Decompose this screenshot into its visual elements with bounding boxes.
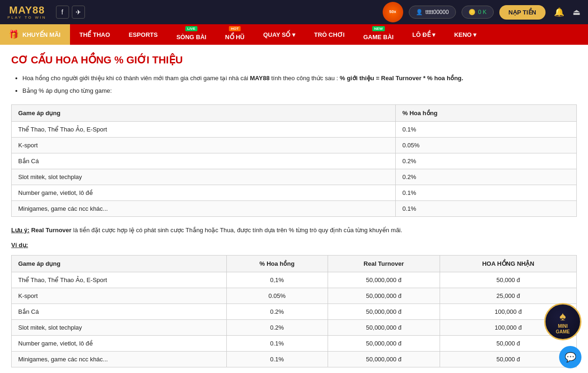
- table-cell: 0.1%: [226, 335, 328, 351]
- logo: MAY88 PLAY TO WIN: [7, 5, 47, 20]
- table-cell: 50,000,000 đ: [328, 319, 440, 335]
- table1-col2-header: % Hoa hồng: [396, 104, 577, 121]
- header: MAY88 PLAY TO WIN f ✈ 50x 👤 ttttt00000 🪙…: [0, 0, 588, 24]
- table-cell: Slot mitek, slot techplay: [12, 319, 227, 335]
- table2-col4-header: HOA HỒNG NHẬN: [440, 255, 576, 272]
- note-label: Lưu ý:: [11, 227, 29, 234]
- table-cell: 50,000,000 đ: [328, 335, 440, 351]
- table-cell: 0.2%: [226, 304, 328, 319]
- nav-games-label: TRÒ CHƠI: [314, 31, 344, 38]
- logo-sub: PLAY TO WIN: [7, 15, 47, 20]
- info-item-1: Hoa hồng cho người giới thiệu khi có thà…: [22, 74, 577, 83]
- minigame-badge[interactable]: ♠ MINIGAME: [544, 303, 581, 340]
- table1-col1-header: Game áp dụng: [12, 104, 396, 121]
- table2-col3-header: Real Turnover: [328, 255, 440, 272]
- table-row: Minigames, game các ncc khác...0.1%: [12, 200, 577, 216]
- table-row: Thể Thao, Thể Thao Ảo, E-Sport0.1%: [12, 121, 577, 137]
- table-cell: Thể Thao, Thể Thao Ảo, E-Sport: [12, 272, 227, 288]
- table-cell: Number game, vietlot, lô đề: [12, 185, 396, 200]
- page-title: CƠ CẤU HOA HỒNG % GIỚI THIỆU: [11, 54, 577, 66]
- nav-item-lode[interactable]: LÔ ĐỀ ▾: [403, 24, 445, 45]
- table-cell: 50,000,000 đ: [328, 351, 440, 367]
- nav-esports-label: ESPORTS: [129, 31, 158, 38]
- table-cell: 0.2%: [396, 153, 577, 169]
- table-cell: Bắn Cá: [12, 304, 227, 319]
- nav-gamebai-label: GAME BÀI: [363, 34, 393, 41]
- table-cell: 50,000 đ: [440, 272, 576, 288]
- table-cell: Slot mitek, slot techplay: [12, 169, 396, 185]
- table-row: Number game, vietlot, lô đề0.1%50,000,00…: [12, 335, 577, 351]
- bell-icon[interactable]: 🔔: [554, 7, 564, 17]
- facebook-icon[interactable]: f: [56, 6, 69, 19]
- nav-item-lottery[interactable]: QUAY SỐ ▾: [254, 24, 305, 45]
- table-cell: Thể Thao, Thể Thao Ảo, E-Sport: [12, 121, 396, 137]
- table-cell: 0,1%: [226, 272, 328, 288]
- promo-label: KHUYẾN MÃI: [22, 31, 61, 38]
- table-cell: K-sport: [12, 288, 227, 304]
- username-label: ttttt00000: [426, 9, 449, 15]
- nav-item-games[interactable]: TRÒ CHƠI: [305, 24, 354, 45]
- commission-table-2: Game áp dụng % Hoa hồng Real Turnover HO…: [11, 255, 577, 367]
- nav-slots-label: NỔ HŨ: [225, 34, 245, 41]
- table-cell: 50,000 đ: [440, 351, 576, 367]
- nav-sports-label: THỂ THAO: [79, 31, 110, 38]
- nav-lottery-label: QUAY SỐ ▾: [263, 31, 295, 38]
- nav-item-gamebai[interactable]: NEW GAME BÀI: [354, 24, 403, 45]
- user-account[interactable]: 👤 ttttt00000: [409, 6, 456, 19]
- info-item-2: Bảng % áp dụng cho từng game:: [22, 86, 577, 96]
- nav-keno-label: KENO ▾: [454, 31, 476, 38]
- table-cell: Minigames, game các ncc khác...: [12, 351, 227, 367]
- logout-icon[interactable]: ⏏: [573, 7, 581, 17]
- example-label: Ví dụ:: [11, 240, 577, 250]
- table-cell: Bắn Cá: [12, 153, 396, 169]
- table-cell: 0.1%: [396, 121, 577, 137]
- table-row: Slot mitek, slot techplay0.2%50,000,000 …: [12, 319, 577, 335]
- nav-item-casino[interactable]: LIVE SÒNG BÀI: [167, 24, 216, 45]
- telegram-icon[interactable]: ✈: [72, 6, 85, 19]
- note-section: Lưu ý: Real Turnover là tiền đặt cược hợ…: [11, 225, 577, 235]
- chat-button[interactable]: 💬: [559, 346, 581, 368]
- table-row: Slot mitek, slot techplay0.2%: [12, 169, 577, 185]
- promo-badge: 50x: [383, 2, 403, 22]
- commission-table-1: Game áp dụng % Hoa hồng Thể Thao, Thể Th…: [11, 104, 577, 217]
- table-row: Thể Thao, Thể Thao Ảo, E-Sport0,1%50,000…: [12, 272, 577, 288]
- wallet-icon: 🪙: [469, 9, 476, 15]
- nav-casino-label: SÒNG BÀI: [176, 34, 206, 41]
- nav-item-keno[interactable]: KENO ▾: [445, 24, 486, 45]
- table-cell: 50,000,000 đ: [328, 288, 440, 304]
- nav-item-sports[interactable]: THỂ THAO: [70, 24, 119, 45]
- table2-col2-header: % Hoa hồng: [226, 255, 328, 272]
- minigame-label: MINIGAME: [556, 324, 570, 335]
- info-list: Hoa hồng cho người giới thiệu khi có thà…: [11, 74, 577, 96]
- table-row: K-sport0.05%: [12, 137, 577, 153]
- table-cell: 25,000 đ: [440, 288, 576, 304]
- wallet-balance[interactable]: 🪙 0 K: [462, 6, 494, 19]
- nav-promo[interactable]: 🎁 KHUYẾN MÃI: [0, 24, 70, 45]
- table-cell: 0.05%: [226, 288, 328, 304]
- table-cell: K-sport: [12, 137, 396, 153]
- table-row: Minigames, game các ncc khác...0.1%50,00…: [12, 351, 577, 367]
- table-cell: Minigames, game các ncc khác...: [12, 200, 396, 216]
- table-cell: 0.2%: [226, 319, 328, 335]
- table-cell: 0.1%: [226, 351, 328, 367]
- logo-main: MAY88: [9, 5, 45, 15]
- deposit-button[interactable]: NẠP TIỀN: [499, 5, 546, 20]
- nav-item-esports[interactable]: ESPORTS: [119, 24, 167, 45]
- gift-icon: 🎁: [8, 29, 19, 40]
- table-cell: 0.1%: [396, 200, 577, 216]
- live-badge: LIVE: [185, 26, 197, 31]
- social-icons: f ✈: [56, 6, 85, 19]
- table-row: Bắn Cá0.2%50,000,000 đ100,000 đ: [12, 304, 577, 319]
- nav-item-slots[interactable]: HOT NỔ HŨ: [216, 24, 254, 45]
- table-row: Number game, vietlot, lô đề0.1%: [12, 185, 577, 200]
- table-cell: 0.1%: [396, 185, 577, 200]
- hot-badge: HOT: [229, 26, 241, 31]
- chat-icon: 💬: [565, 352, 576, 363]
- table-cell: 50,000,000 đ: [328, 272, 440, 288]
- main-content: CƠ CẤU HOA HỒNG % GIỚI THIỆU Hoa hồng ch…: [0, 45, 588, 373]
- user-icon: 👤: [416, 9, 423, 15]
- table-cell: 0.2%: [396, 169, 577, 185]
- navigation: 🎁 KHUYẾN MÃI THỂ THAO ESPORTS LIVE SÒNG …: [0, 24, 588, 45]
- spade-icon: ♠: [560, 309, 566, 324]
- new-badge: NEW: [372, 26, 385, 31]
